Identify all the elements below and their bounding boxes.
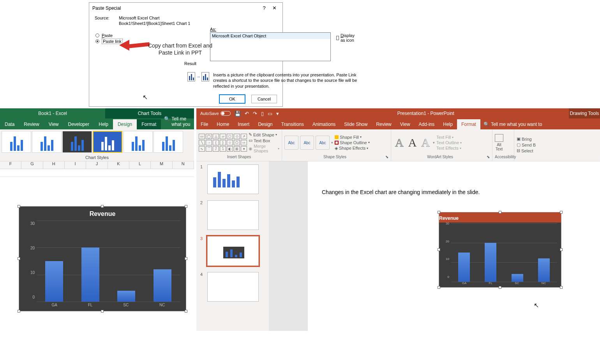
chart-y-axis: 3020100 (23, 221, 35, 299)
tab-design[interactable]: Design (113, 119, 137, 129)
paste-radio[interactable]: Paste (95, 33, 123, 38)
tab-file[interactable]: File (196, 119, 212, 129)
tab-format-ppt[interactable]: Format (457, 119, 480, 129)
chart-style-2[interactable] (32, 131, 62, 153)
shape-fill-button[interactable]: Shape Fill (335, 135, 370, 140)
paste-link-radio[interactable]: Paste link (95, 39, 123, 44)
as-option[interactable]: Microsoft Excel Chart Object (210, 33, 330, 39)
autosave-toggle[interactable]: AutoSave (200, 111, 231, 116)
cancel-button[interactable]: Cancel (251, 95, 277, 103)
col-H[interactable]: H (43, 161, 65, 169)
tab-help[interactable]: Help (94, 119, 113, 129)
ok-button[interactable]: OK (219, 95, 245, 103)
send-backward-button[interactable]: ▢Send B (517, 142, 536, 147)
chart-bars (36, 221, 180, 302)
drawing-tools-tab: Drawing Tools (569, 108, 600, 118)
tab-slideshow[interactable]: Slide Show (340, 119, 372, 129)
wordart-style-3[interactable]: A (420, 136, 431, 149)
tab-view[interactable]: View (44, 119, 64, 129)
qat-more-icon[interactable]: ▾ (276, 111, 279, 117)
gallery-more-icon[interactable]: ▾ (331, 141, 333, 145)
tab-view-ppt[interactable]: View (396, 119, 415, 129)
text-box-button[interactable]: ▭Text Box (249, 138, 279, 143)
alt-text-button[interactable]: Alt Text (495, 134, 503, 151)
chart-style-1[interactable] (2, 131, 31, 153)
tab-animations[interactable]: Animations (308, 119, 340, 129)
result-label: Result (184, 61, 366, 66)
merge-icon: ◉ (249, 146, 252, 151)
tab-insert[interactable]: Insert (233, 119, 254, 129)
tab-developer[interactable]: Developer (64, 119, 94, 129)
tab-help-ppt[interactable]: Help (439, 119, 457, 129)
ppt-revenue-chart[interactable]: Revenue 3020100 GAFLSCNC (439, 212, 561, 288)
chart-styles-label: Chart Styles (0, 154, 194, 161)
tab-format[interactable]: Format (137, 119, 161, 129)
shape-style-3[interactable]: Abc (316, 136, 330, 150)
accessibility-label: Accessibility (495, 154, 512, 159)
wordart-more-icon[interactable]: ▾ (433, 141, 435, 145)
slide-canvas[interactable]: Changes in the Excel chart are changing … (269, 161, 600, 331)
save-icon[interactable]: 💾 (235, 111, 241, 117)
ppt-chart-bars (451, 223, 557, 282)
annotation-text-1: Copy chart from Excel and Paste Link in … (148, 42, 212, 56)
text-effects-button: Text Effects (436, 146, 462, 150)
tab-data[interactable]: Data (0, 119, 19, 129)
bring-forward-button[interactable]: ▣Bring (517, 136, 536, 141)
tab-design-ppt[interactable]: Design (254, 119, 277, 129)
tab-transitions[interactable]: Transitions (277, 119, 308, 129)
slide-thumb-2[interactable]: 2 (200, 200, 265, 230)
chart-style-6[interactable] (154, 131, 183, 153)
tab-addins[interactable]: Add-ins (415, 119, 439, 129)
col-G[interactable]: G (21, 161, 43, 169)
as-listbox[interactable]: Microsoft Excel Chart Object (210, 32, 331, 61)
excel-tell-me[interactable]: 🔍Tell me what you (161, 114, 194, 129)
col-F[interactable]: F (0, 161, 21, 169)
slide-thumb-3[interactable]: 3 (200, 236, 265, 266)
slide-thumb-4[interactable]: 4 (200, 272, 265, 302)
cursor-icon: ↖ (143, 94, 148, 101)
wordart-style-2[interactable]: A (407, 136, 418, 149)
dialog-title: Paste Special (92, 5, 121, 11)
wordart-style-1[interactable]: A (394, 136, 405, 149)
chart-styles-group: Chart Styles (0, 129, 194, 161)
chart-style-4[interactable] (93, 131, 122, 153)
col-L[interactable]: L (129, 161, 151, 169)
shape-effects-button[interactable]: ◈Shape Effects (335, 146, 370, 151)
ppt-tell-me[interactable]: 🔍Tell me what you want to (480, 119, 545, 129)
shape-style-2[interactable]: Abc (300, 136, 314, 150)
source-label: Source: (95, 16, 116, 20)
col-J[interactable]: J (86, 161, 108, 169)
col-K[interactable]: K (108, 161, 129, 169)
dialog-help-button[interactable]: ? (259, 4, 269, 12)
excel-grid[interactable]: F G H I J K L M N (0, 161, 194, 179)
slide-thumb-1[interactable]: 1 (200, 164, 265, 194)
result-text: Inserts a picture of the clipboard conte… (213, 72, 363, 89)
chart-style-3[interactable] (62, 131, 92, 153)
col-I[interactable]: I (65, 161, 86, 169)
tab-review-ppt[interactable]: Review (372, 119, 395, 129)
annotation-text-2: Changes in the Excel chart are changing … (322, 189, 480, 196)
selection-pane-button[interactable]: ⊟Select (517, 148, 536, 153)
dialog-close-button[interactable]: ✕ (269, 4, 279, 12)
edit-shape-button[interactable]: ✎Edit Shape (249, 132, 279, 137)
shape-outline-button[interactable]: Shape Outline (335, 140, 370, 145)
shapes-gallery[interactable]: ▭◯△▱⬡◇↗ ╲→{}☆⬠⇨ ∿⌒⤴⤵◐⊞▾ (199, 134, 247, 152)
undo-icon[interactable]: ↶ (245, 111, 249, 117)
touch-mode-icon[interactable]: ▭ (268, 111, 272, 117)
chart-style-5[interactable] (123, 131, 153, 153)
excel-revenue-chart[interactable]: Revenue 3020100 GAFLSCNC (19, 206, 186, 311)
shape-style-1[interactable]: Abc (284, 136, 298, 150)
edit-shape-icon: ✎ (249, 132, 252, 137)
search-icon: 🔍 (164, 116, 170, 127)
tab-home[interactable]: Home (212, 119, 233, 129)
col-N[interactable]: N (173, 161, 194, 169)
cursor-icon: ↖ (534, 302, 539, 309)
from-beginning-icon[interactable]: ▯ (261, 111, 264, 117)
bar-sc (117, 291, 135, 302)
redo-icon[interactable]: ↷ (253, 111, 257, 117)
display-as-icon-checkbox[interactable]: Display as icon (336, 33, 356, 42)
bar-fl (81, 247, 99, 302)
excel-ribbon-tabs: Data Review View Developer Help Design F… (0, 118, 194, 129)
tab-review[interactable]: Review (19, 119, 44, 129)
col-M[interactable]: M (151, 161, 172, 169)
